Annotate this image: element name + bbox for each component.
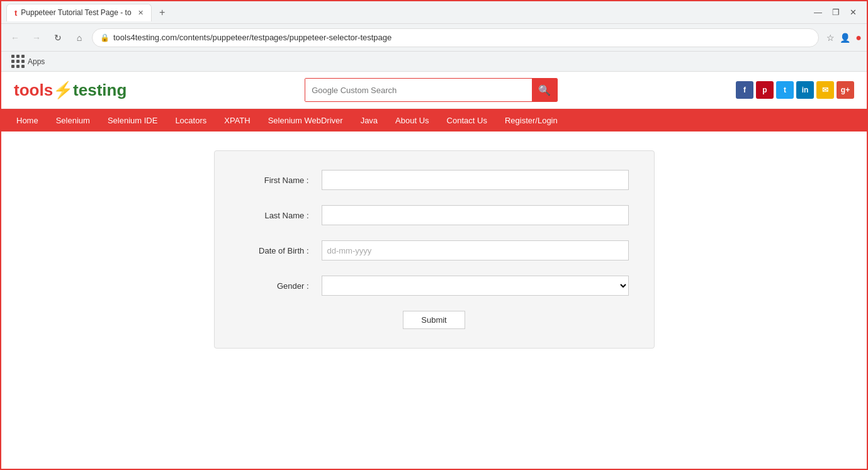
minimize-button[interactable]: — xyxy=(814,8,822,17)
address-input-wrap[interactable]: 🔒 tools4testing.com/contents/puppeteer/t… xyxy=(92,28,819,47)
first-name-input[interactable] xyxy=(322,170,629,190)
nav-contact-us[interactable]: Contact Us xyxy=(438,109,496,131)
nav-xpath[interactable]: XPATH xyxy=(215,109,259,131)
last-name-row: Last Name : xyxy=(240,205,629,225)
forward-button[interactable]: → xyxy=(28,29,45,47)
browser-window: t Puppeteer Tutorial Test Page - to ✕ + … xyxy=(0,0,868,470)
logo-tools: tools xyxy=(14,81,53,99)
search-area: 🔍 xyxy=(139,78,723,102)
home-button[interactable]: ⌂ xyxy=(70,29,88,47)
extension-icon[interactable]: ● xyxy=(855,32,862,43)
search-box: 🔍 xyxy=(305,78,558,102)
tab-favicon: t xyxy=(14,8,17,18)
address-right-icons: ☆ 👤 ● xyxy=(826,32,862,43)
apps-label: Apps xyxy=(28,57,45,66)
nav-home[interactable]: Home xyxy=(8,109,47,131)
apps-grid-icon xyxy=(11,55,25,69)
test-form: First Name : Last Name : Date of Birth :… xyxy=(240,170,629,329)
address-text: tools4testing.com/contents/puppeteer/tes… xyxy=(113,33,811,42)
window-controls: — ❐ ✕ xyxy=(814,8,862,17)
form-container: First Name : Last Name : Date of Birth :… xyxy=(214,150,655,349)
nav-selenium[interactable]: Selenium xyxy=(47,109,99,131)
bookmark-star-icon[interactable]: ☆ xyxy=(826,33,835,43)
new-tab-button[interactable]: + xyxy=(154,4,171,21)
site-header: tools⚡testing 🔍 f p t in ✉ g+ xyxy=(1,72,867,109)
nav-java[interactable]: Java xyxy=(352,109,386,131)
logo-testing: testing xyxy=(73,81,127,99)
email-icon[interactable]: ✉ xyxy=(816,81,834,99)
twitter-icon[interactable]: t xyxy=(776,81,794,99)
gender-label: Gender : xyxy=(240,281,322,291)
dob-row: Date of Birth : xyxy=(240,240,629,260)
maximize-button[interactable]: ❐ xyxy=(832,8,840,17)
last-name-input[interactable] xyxy=(322,205,629,225)
linkedin-icon[interactable]: in xyxy=(796,81,814,99)
nav-selenium-ide[interactable]: Selenium IDE xyxy=(99,109,166,131)
apps-menu-button[interactable]: Apps xyxy=(8,53,48,70)
pinterest-icon[interactable]: p xyxy=(756,81,774,99)
social-icons: f p t in ✉ g+ xyxy=(736,81,854,99)
browser-tab[interactable]: t Puppeteer Tutorial Test Page - to ✕ xyxy=(6,4,152,21)
site-logo[interactable]: tools⚡testing xyxy=(14,81,127,100)
nav-register-login[interactable]: Register/Login xyxy=(496,109,566,131)
nav-menu: Home Selenium Selenium IDE Locators XPAT… xyxy=(1,109,867,131)
first-name-label: First Name : xyxy=(240,176,322,185)
website-content: tools⚡testing 🔍 f p t in ✉ g+ Home Selen… xyxy=(1,72,867,469)
facebook-icon[interactable]: f xyxy=(736,81,753,99)
account-icon[interactable]: 👤 xyxy=(840,33,850,43)
dob-label: Date of Birth : xyxy=(240,246,322,255)
last-name-label: Last Name : xyxy=(240,211,322,220)
googleplus-icon[interactable]: g+ xyxy=(837,81,854,99)
lock-icon: 🔒 xyxy=(100,33,110,42)
submit-row: Submit xyxy=(240,311,629,329)
submit-button[interactable]: Submit xyxy=(403,311,465,329)
search-button[interactable]: 🔍 xyxy=(532,79,557,101)
close-button[interactable]: ✕ xyxy=(850,8,857,17)
bookmarks-bar: Apps xyxy=(1,52,867,72)
search-input[interactable] xyxy=(305,79,532,101)
address-bar: ← → ↻ ⌂ 🔒 tools4testing.com/contents/pup… xyxy=(1,24,867,52)
first-name-row: First Name : xyxy=(240,170,629,190)
title-bar: t Puppeteer Tutorial Test Page - to ✕ + … xyxy=(1,1,867,24)
gender-select[interactable]: Male Female Other xyxy=(322,276,629,296)
nav-about-us[interactable]: About Us xyxy=(386,109,437,131)
back-button[interactable]: ← xyxy=(6,29,24,47)
reload-button[interactable]: ↻ xyxy=(49,29,67,47)
gender-row: Gender : Male Female Other xyxy=(240,276,629,296)
nav-locators[interactable]: Locators xyxy=(166,109,215,131)
logo-lightning: ⚡ xyxy=(53,81,73,99)
nav-selenium-webdriver[interactable]: Selenium WebDriver xyxy=(259,109,352,131)
tab-close-button[interactable]: ✕ xyxy=(138,9,144,17)
tab-title: Puppeteer Tutorial Test Page - to xyxy=(21,8,131,17)
dob-input[interactable] xyxy=(322,240,629,260)
